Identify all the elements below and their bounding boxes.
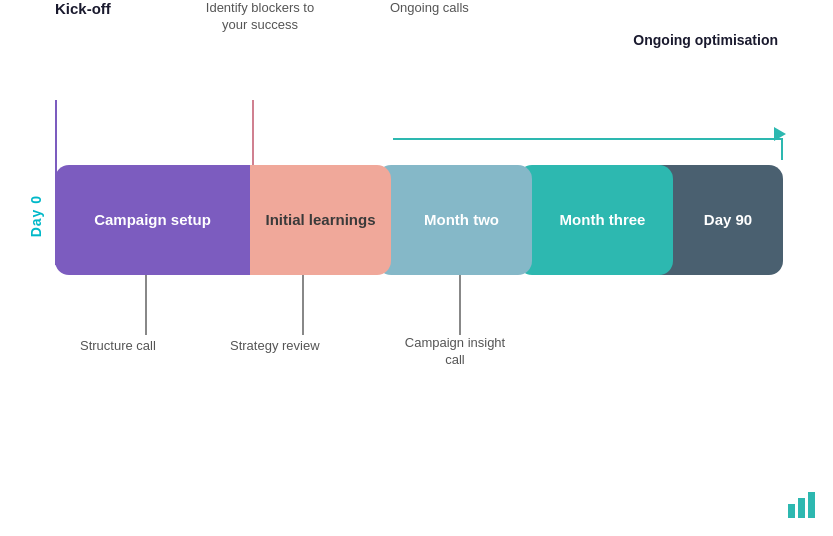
bar-chart-bar-2 <box>798 498 805 518</box>
segment-campaign-setup: Campaign setup <box>55 165 250 275</box>
ongoing-arrow-head <box>774 127 786 141</box>
day-zero-label: Day 0 <box>28 195 44 237</box>
strategy-review-connector <box>302 275 304 335</box>
campaign-insight-connector <box>459 275 461 335</box>
strategy-review-label: Strategy review <box>230 338 320 355</box>
structure-call-connector <box>145 275 147 335</box>
timeline-bar: Campaign setup Initial learnings Month t… <box>55 165 783 275</box>
ongoing-optimisation-label: Ongoing optimisation <box>633 32 778 48</box>
campaign-insight-label: Campaign insight call <box>400 335 510 369</box>
ongoing-arrow-line <box>393 138 783 160</box>
bar-chart-bar-1 <box>788 504 795 518</box>
segment-month-two: Month two <box>377 165 532 275</box>
bar-chart-bar-3 <box>808 492 815 518</box>
segment-month-three: Month three <box>518 165 673 275</box>
bar-chart-icon <box>788 492 815 518</box>
identify-blockers-label: Identify blockers to your success <box>195 0 325 34</box>
kickoff-label: Kick-off <box>55 0 111 17</box>
segment-initial-learnings: Initial learnings <box>236 165 391 275</box>
structure-call-label: Structure call <box>80 338 156 355</box>
ongoing-calls-label: Ongoing calls <box>390 0 469 15</box>
identify-blockers-line <box>252 100 254 165</box>
diagram-container: Kick-off Identify blockers to your succe… <box>0 0 833 536</box>
segment-day-90: Day 90 <box>659 165 783 275</box>
